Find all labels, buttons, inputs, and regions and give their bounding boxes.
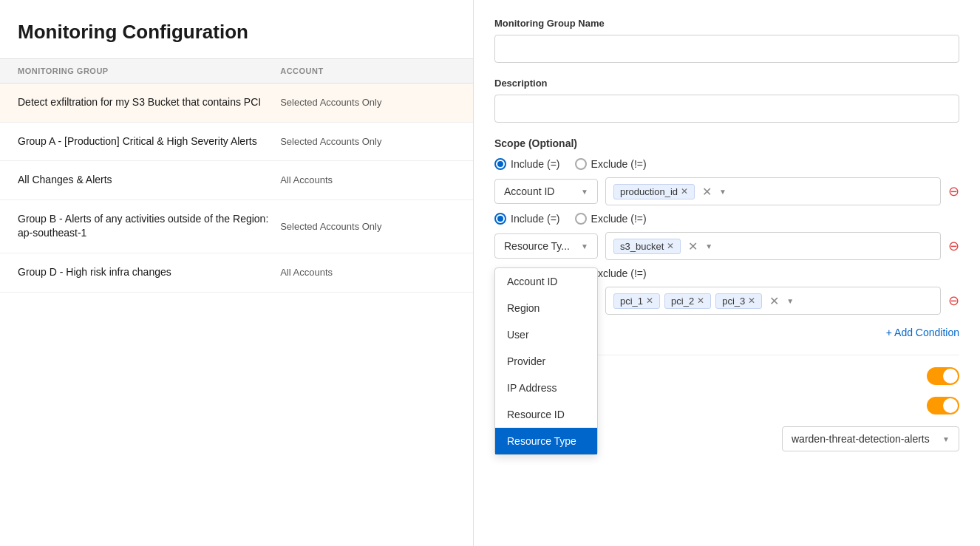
tag: production_id✕ (613, 184, 695, 199)
tags-clear-icon[interactable]: ✕ (766, 294, 782, 308)
tags-expand-icon[interactable]: ▼ (716, 188, 729, 196)
table-row[interactable]: All Changes & Alerts All Accounts (0, 161, 473, 200)
table-rows: Detect exfiltration for my S3 Bucket tha… (0, 83, 473, 293)
condition-0: Include (=)Exclude (!=)Account ID▼produc… (494, 158, 959, 205)
group-name-field: Monitoring Group Name (494, 18, 959, 63)
condition-1: Include (=)Exclude (!=)Resource Ty...▼s3… (494, 213, 959, 260)
table-header: MONITORING GROUP ACCOUNT (0, 58, 473, 83)
row-name: All Changes & Alerts (18, 173, 280, 188)
remove-condition-1[interactable]: ⊖ (948, 239, 959, 253)
table-row[interactable]: Group B - Alerts of any activities outsi… (0, 200, 473, 253)
tag: s3_bucket✕ (613, 239, 681, 254)
tags-input-0[interactable]: production_id✕ ✕ ▼ (605, 177, 941, 205)
row-account: Selected Accounts Only (280, 136, 455, 147)
description-field: Description (494, 78, 959, 123)
page-title: Monitoring Configuration (0, 0, 473, 58)
dropdown-item-ip-address[interactable]: IP Address (495, 375, 597, 401)
chevron-down-icon: ▼ (581, 188, 588, 196)
exclude-radio-1[interactable]: Exclude (!=) (575, 213, 647, 225)
dropdown-item-region[interactable]: Region (495, 295, 597, 321)
chevron-down-icon: ▼ (581, 242, 588, 250)
toggle-2[interactable] (927, 397, 959, 414)
condition-row-1: Resource Ty...▼s3_bucket✕ ✕ ▼ ⊖ (494, 232, 959, 260)
exclude-dot-0 (575, 158, 587, 170)
type-dropdown-0[interactable]: Account ID▼ (494, 179, 598, 204)
remove-condition-0[interactable]: ⊖ (948, 185, 959, 198)
tag-remove-icon[interactable]: ✕ (646, 296, 653, 305)
dropdown-item-provider[interactable]: Provider (495, 348, 597, 375)
tags-expand-icon[interactable]: ▼ (783, 297, 797, 305)
table-row[interactable]: Group D - High risk infra changes All Ac… (0, 253, 473, 293)
conditions-area: Include (=)Exclude (!=)Account ID▼produc… (494, 158, 959, 343)
include-radio-0[interactable]: Include (=) (494, 158, 560, 170)
table-row[interactable]: Group A - [Production] Critical & High S… (0, 123, 473, 162)
include-dot-0 (494, 158, 506, 170)
dropdown-item-resource-id[interactable]: Resource ID (495, 401, 597, 428)
description-label: Description (494, 78, 959, 89)
group-name-label: Monitoring Group Name (494, 18, 959, 29)
tags-input-2[interactable]: pci_1✕pci_2✕pci_3✕ ✕ ▼ (605, 287, 941, 315)
tag-remove-icon[interactable]: ✕ (697, 296, 704, 305)
row-account: Selected Accounts Only (280, 221, 455, 232)
tag-remove-icon[interactable]: ✕ (681, 187, 688, 196)
type-dropdown-1[interactable]: Resource Ty...▼ (494, 233, 598, 259)
row-account: Selected Accounts Only (280, 97, 455, 108)
notify-select[interactable]: warden-threat-detection-alerts ▼ (782, 426, 959, 451)
scope-label: Scope (Optional) (494, 137, 959, 149)
include-radio-1[interactable]: Include (=) (494, 213, 560, 225)
tag-remove-icon[interactable]: ✕ (748, 296, 755, 305)
row-name: Group B - Alerts of any activities outsi… (18, 212, 280, 241)
tag-remove-icon[interactable]: ✕ (667, 242, 674, 250)
row-name: Detect exfiltration for my S3 Bucket tha… (18, 95, 280, 110)
include-dot-1 (494, 213, 506, 225)
row-account: All Accounts (280, 267, 455, 278)
dropdown-item-account-id[interactable]: Account ID (495, 268, 597, 295)
row-name: Group D - High risk infra changes (18, 265, 280, 280)
condition-row-0: Account ID▼production_id✕ ✕ ▼ ⊖ (494, 177, 959, 205)
tags-input-1[interactable]: s3_bucket✕ ✕ ▼ (605, 232, 941, 260)
notify-chevron-icon: ▼ (942, 435, 950, 443)
row-account: All Accounts (280, 174, 455, 185)
tags-clear-icon[interactable]: ✕ (699, 185, 715, 199)
col-header-account: ACCOUNT (280, 66, 455, 75)
col-header-group: MONITORING GROUP (18, 66, 280, 75)
right-panel: Monitoring Group Name Description Scope … (473, 0, 980, 546)
notify-value: warden-threat-detection-alerts (792, 433, 930, 445)
dropdown-item-resource-type[interactable]: Resource Type (495, 428, 597, 454)
group-name-input[interactable] (494, 35, 959, 63)
type-dropdown-overlay: Account IDRegionUserProviderIP AddressRe… (494, 267, 598, 455)
exclude-radio-0[interactable]: Exclude (!=) (575, 158, 647, 170)
monitoring-list-panel: Monitoring Configuration MONITORING GROU… (0, 0, 473, 546)
tag: pci_2✕ (664, 293, 711, 309)
dropdown-item-user[interactable]: User (495, 321, 597, 348)
table-row[interactable]: Detect exfiltration for my S3 Bucket tha… (0, 83, 473, 123)
row-name: Group A - [Production] Critical & High S… (18, 134, 280, 149)
tags-expand-icon[interactable]: ▼ (702, 242, 715, 250)
radio-row-1: Include (=)Exclude (!=) (494, 213, 959, 225)
tag: pci_1✕ (613, 293, 660, 309)
tags-clear-icon[interactable]: ✕ (685, 239, 701, 253)
remove-condition-2[interactable]: ⊖ (948, 294, 959, 307)
description-input[interactable] (494, 95, 959, 123)
exclude-dot-1 (575, 213, 587, 225)
add-condition-button[interactable]: + Add Condition (886, 322, 959, 343)
tag: pci_3✕ (715, 293, 762, 309)
toggle-1[interactable] (927, 367, 959, 385)
radio-row-0: Include (=)Exclude (!=) (494, 158, 959, 170)
